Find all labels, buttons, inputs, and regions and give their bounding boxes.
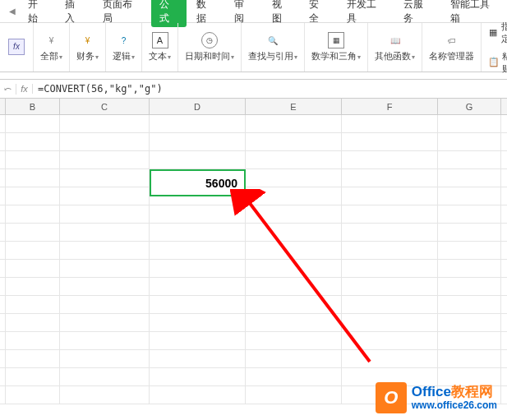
cell[interactable] bbox=[342, 242, 438, 259]
cell[interactable] bbox=[150, 205, 246, 223]
col-header-C[interactable]: C bbox=[60, 99, 150, 114]
cell[interactable] bbox=[60, 314, 150, 331]
cell[interactable] bbox=[60, 296, 150, 313]
cell[interactable] bbox=[150, 115, 246, 132]
cell[interactable] bbox=[246, 224, 342, 241]
cell[interactable] bbox=[342, 115, 438, 132]
cell[interactable] bbox=[438, 187, 501, 205]
cell[interactable] bbox=[0, 115, 6, 132]
lookup-button[interactable]: 🔍 查找与引用▾ bbox=[245, 30, 301, 64]
table-row[interactable] bbox=[0, 332, 507, 350]
cell[interactable] bbox=[0, 314, 6, 331]
cell[interactable] bbox=[438, 296, 501, 313]
cell[interactable] bbox=[342, 205, 438, 223]
cell[interactable] bbox=[246, 278, 342, 295]
cell[interactable] bbox=[6, 260, 60, 277]
cell[interactable] bbox=[6, 242, 60, 259]
cell[interactable] bbox=[246, 260, 342, 277]
logic-button[interactable]: ? 逻辑▾ bbox=[109, 30, 138, 64]
cell[interactable] bbox=[60, 386, 150, 404]
cell[interactable] bbox=[0, 242, 6, 259]
financial-button[interactable]: ¥ 财务▾ bbox=[73, 30, 102, 64]
cell[interactable] bbox=[6, 115, 60, 132]
table-row[interactable] bbox=[0, 278, 507, 296]
other-fn-button[interactable]: 📖 其他函数▾ bbox=[371, 30, 418, 64]
cell[interactable] bbox=[150, 350, 246, 367]
table-row[interactable] bbox=[0, 151, 507, 169]
cell[interactable] bbox=[150, 332, 246, 349]
cell[interactable] bbox=[342, 350, 438, 367]
cell[interactable] bbox=[6, 224, 60, 241]
cell[interactable] bbox=[6, 368, 60, 385]
active-cell[interactable]: 56000 bbox=[150, 169, 246, 196]
cell[interactable] bbox=[0, 133, 6, 150]
cell[interactable] bbox=[246, 332, 342, 349]
cell[interactable] bbox=[6, 386, 60, 404]
cell[interactable] bbox=[342, 133, 438, 150]
cell[interactable] bbox=[246, 151, 342, 168]
cell[interactable] bbox=[246, 350, 342, 367]
cell[interactable] bbox=[246, 115, 342, 132]
cell[interactable] bbox=[6, 133, 60, 150]
cell[interactable] bbox=[246, 242, 342, 259]
cell[interactable] bbox=[438, 242, 501, 259]
cell[interactable] bbox=[6, 205, 60, 223]
cell[interactable] bbox=[0, 368, 6, 385]
cell[interactable] bbox=[60, 169, 150, 187]
cell[interactable] bbox=[60, 205, 150, 223]
cell[interactable] bbox=[438, 151, 501, 168]
cell[interactable] bbox=[438, 224, 501, 241]
cell[interactable] bbox=[438, 205, 501, 223]
cell[interactable] bbox=[342, 187, 438, 205]
cell[interactable] bbox=[150, 242, 246, 259]
cell[interactable] bbox=[150, 314, 246, 331]
table-row[interactable] bbox=[0, 187, 507, 205]
cell[interactable] bbox=[246, 205, 342, 223]
cell[interactable] bbox=[6, 296, 60, 313]
text-button[interactable]: A 文本▾ bbox=[145, 30, 174, 64]
cell[interactable] bbox=[438, 314, 501, 331]
math-button[interactable]: ▦ 数学和三角▾ bbox=[308, 30, 364, 64]
col-header-edge[interactable] bbox=[0, 99, 6, 114]
table-row[interactable] bbox=[0, 314, 507, 332]
table-row[interactable] bbox=[0, 205, 507, 224]
cell[interactable] bbox=[342, 332, 438, 349]
formula-input[interactable]: =CONVERT(56,"kg","g") bbox=[33, 83, 507, 95]
cell[interactable] bbox=[150, 260, 246, 277]
table-row[interactable] bbox=[0, 169, 507, 187]
cell[interactable] bbox=[342, 314, 438, 331]
cell[interactable] bbox=[150, 224, 246, 241]
table-row[interactable] bbox=[0, 224, 507, 242]
cell[interactable] bbox=[150, 368, 246, 385]
cell[interactable] bbox=[438, 350, 501, 367]
all-functions-button[interactable]: ¥ 全部▾ bbox=[37, 30, 66, 64]
cell[interactable] bbox=[6, 151, 60, 168]
cell[interactable] bbox=[60, 133, 150, 150]
cell[interactable] bbox=[6, 332, 60, 349]
cell[interactable] bbox=[246, 296, 342, 313]
grid-rows[interactable] bbox=[0, 115, 507, 404]
cell[interactable] bbox=[60, 187, 150, 205]
cell[interactable] bbox=[6, 350, 60, 367]
formula-cancel-icon[interactable]: ⤺ bbox=[0, 84, 16, 95]
cell[interactable] bbox=[246, 386, 342, 404]
cell[interactable] bbox=[342, 169, 438, 187]
cell[interactable] bbox=[60, 224, 150, 241]
fx-label[interactable]: fx bbox=[16, 84, 33, 94]
cell[interactable] bbox=[246, 169, 342, 187]
cell[interactable] bbox=[60, 278, 150, 295]
cell[interactable] bbox=[438, 278, 501, 295]
name-manager-button[interactable]: 🏷 名称管理器 bbox=[426, 30, 477, 64]
cell[interactable] bbox=[438, 169, 501, 187]
cell[interactable] bbox=[342, 278, 438, 295]
cell[interactable] bbox=[0, 260, 6, 277]
cell[interactable] bbox=[0, 205, 6, 223]
table-row[interactable] bbox=[0, 133, 507, 151]
cell[interactable] bbox=[60, 350, 150, 367]
cell[interactable] bbox=[150, 386, 246, 404]
table-row[interactable] bbox=[0, 296, 507, 314]
col-header-G[interactable]: G bbox=[438, 99, 501, 114]
cell[interactable] bbox=[0, 350, 6, 367]
cell[interactable] bbox=[438, 115, 501, 132]
cell[interactable] bbox=[0, 296, 6, 313]
